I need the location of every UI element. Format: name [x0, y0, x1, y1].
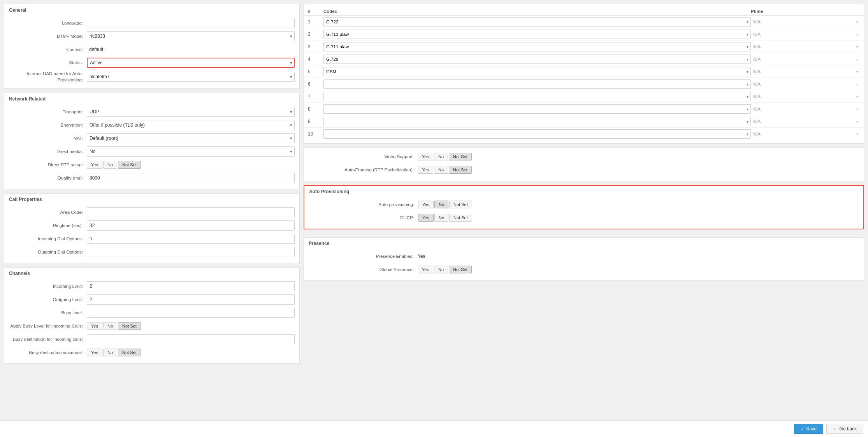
ptime-select-1[interactable]: N/A	[751, 17, 860, 26]
status-select[interactable]: Active Inactive Disabled	[87, 58, 295, 68]
incoming-limit-input[interactable]	[87, 281, 295, 291]
codec-num-3: 3	[308, 44, 323, 49]
outgoing-limit-input[interactable]	[87, 294, 295, 305]
codec-select-7[interactable]	[323, 92, 751, 101]
busy-level-input[interactable]	[87, 308, 295, 318]
global-presence-btngroup: Yes No Not Set	[418, 266, 472, 273]
ptime-select-2[interactable]: N/A	[751, 30, 860, 39]
ptime-select-6[interactable]: N/A	[751, 79, 860, 89]
busy-voicemail-no-button[interactable]: No	[103, 349, 117, 356]
global-presence-label: Global Presence:	[309, 267, 418, 272]
goback-button[interactable]: ← Go back	[826, 424, 863, 434]
global-presence-no-button[interactable]: No	[434, 266, 448, 273]
ringtime-label: Ringtime (sec):	[9, 223, 87, 229]
encryption-select[interactable]: Offer if possible (TLS only)RequiredNo	[87, 120, 295, 130]
uad-row: Internal UAD name for Auto-Provisioning:…	[9, 70, 295, 83]
codec-row-10: 10 N/A	[304, 128, 864, 140]
dhcp-no-button[interactable]: No	[434, 214, 448, 222]
dhcp-notset-button[interactable]: Not Set	[449, 214, 472, 222]
ptime-select-3[interactable]: N/A	[751, 42, 860, 51]
busy-voicemail-yes-button[interactable]: Yes	[87, 349, 102, 356]
auto-prov-yes-button[interactable]: Yes	[418, 201, 434, 208]
auto-framing-row: Auto-Framing (RTP Packetization): Yes No…	[309, 164, 859, 175]
direct-media-select[interactable]: NoYes	[87, 146, 295, 157]
busy-dest-input[interactable]	[87, 334, 295, 344]
codec-select-6[interactable]	[323, 79, 751, 89]
codec-row-1: 1 G.722 N/A	[304, 16, 864, 28]
codec-select-8[interactable]	[323, 104, 751, 114]
codec-select-4[interactable]: G.729	[323, 55, 751, 64]
auto-framing-no-button[interactable]: No	[434, 166, 448, 174]
context-row: Context: default	[9, 44, 295, 55]
codec-select-wrapper-10	[323, 129, 751, 139]
direct-rtp-row: Direct RTP setup: Yes No Not Set	[9, 159, 295, 170]
dhcp-yes-button[interactable]: Yes	[418, 214, 434, 222]
apply-busy-yes-button[interactable]: Yes	[87, 322, 102, 330]
video-support-no-button[interactable]: No	[434, 153, 448, 160]
qualify-input[interactable]	[87, 173, 295, 183]
busy-voicemail-notset-button[interactable]: Not Set	[118, 349, 141, 356]
language-row: Language:	[9, 18, 295, 28]
ptime-select-4[interactable]: N/A	[751, 55, 860, 64]
language-input[interactable]	[87, 18, 295, 28]
auto-provisioning-title: Auto Provisioning	[309, 189, 859, 196]
codec-select-3[interactable]: G.711 alaw	[323, 42, 751, 51]
global-presence-yes-button[interactable]: Yes	[418, 266, 433, 273]
direct-rtp-notset-button[interactable]: Not Set	[118, 161, 141, 169]
auto-prov-no-button[interactable]: No	[434, 201, 448, 208]
ptime-select-7[interactable]: N/A	[751, 92, 860, 101]
dtmf-mode-select[interactable]: rfc2833 info inband auto	[87, 31, 295, 41]
busy-voicemail-btngroup: Yes No Not Set	[87, 349, 141, 356]
video-support-notset-button[interactable]: Not Set	[449, 153, 472, 160]
goback-label: Go back	[839, 426, 857, 432]
codec-select-5[interactable]: GSM	[323, 67, 751, 76]
presence-enabled-value: Yes	[418, 254, 425, 259]
outgoing-dial-input[interactable]	[87, 247, 295, 257]
status-label: Status:	[9, 60, 87, 66]
arrow-left-icon: ←	[833, 426, 838, 432]
transport-select[interactable]: UDPTCPTLS	[87, 107, 295, 117]
ptime-wrapper-10: N/A	[751, 129, 860, 139]
ptime-select-5[interactable]: N/A	[751, 67, 860, 76]
codec-num-9: 9	[308, 119, 323, 124]
dhcp-row: DHCP: Yes No Not Set	[309, 212, 859, 223]
auto-prov-notset-button[interactable]: Not Set	[449, 201, 472, 208]
auto-prov-label: Auto provisioning:	[309, 202, 418, 207]
qualify-label: Qualify (ms):	[9, 175, 87, 181]
checkmark-icon: ✓	[801, 426, 805, 432]
ringtime-input[interactable]	[87, 220, 295, 231]
apply-busy-no-button[interactable]: No	[103, 322, 117, 330]
ptime-select-8[interactable]: N/A	[751, 104, 860, 114]
codec-row-6: 6 N/A	[304, 78, 864, 90]
area-code-input[interactable]	[87, 207, 295, 217]
global-presence-notset-button[interactable]: Not Set	[449, 266, 472, 273]
dtmf-mode-label: DTMF Mode:	[9, 33, 87, 39]
save-button[interactable]: ✓ Save	[794, 424, 823, 434]
direct-media-label: Direct media:	[9, 149, 87, 155]
codec-num-10: 10	[308, 131, 323, 137]
video-support-yes-button[interactable]: Yes	[418, 153, 433, 160]
nat-row: NAT: Default (rport)YesNo	[9, 133, 295, 144]
codec-select-wrapper-3: G.711 alaw	[323, 42, 751, 51]
codec-select-10[interactable]	[323, 129, 751, 139]
auto-framing-yes-button[interactable]: Yes	[418, 166, 433, 174]
auto-framing-notset-button[interactable]: Not Set	[449, 166, 472, 174]
nat-select[interactable]: Default (rport)YesNo	[87, 133, 295, 143]
codec-select-9[interactable]	[323, 117, 751, 126]
apply-busy-notset-button[interactable]: Not Set	[118, 322, 141, 330]
encryption-label: Encryption:	[9, 122, 87, 128]
ptime-select-10[interactable]: N/A	[751, 129, 860, 139]
codec-select-2[interactable]: G.711 μlaw	[323, 30, 751, 39]
apply-busy-row: Apply Busy Level for Incoming Calls: Yes…	[9, 321, 295, 331]
ptime-select-9[interactable]: N/A	[751, 117, 860, 126]
direct-rtp-yes-button[interactable]: Yes	[87, 161, 102, 169]
incoming-limit-row: Incoming Limit:	[9, 281, 295, 292]
direct-rtp-no-button[interactable]: No	[103, 161, 117, 169]
codec-select-wrapper-5: GSM	[323, 67, 751, 76]
codec-select-1[interactable]: G.722	[323, 17, 751, 26]
outgoing-limit-row: Outgoing Limit:	[9, 294, 295, 305]
auto-prov-row: Auto provisioning: Yes No Not Set	[309, 199, 859, 210]
general-title: General	[9, 7, 295, 14]
incoming-dial-input[interactable]	[87, 234, 295, 244]
uad-select[interactable]: alcatelm7	[87, 72, 295, 82]
